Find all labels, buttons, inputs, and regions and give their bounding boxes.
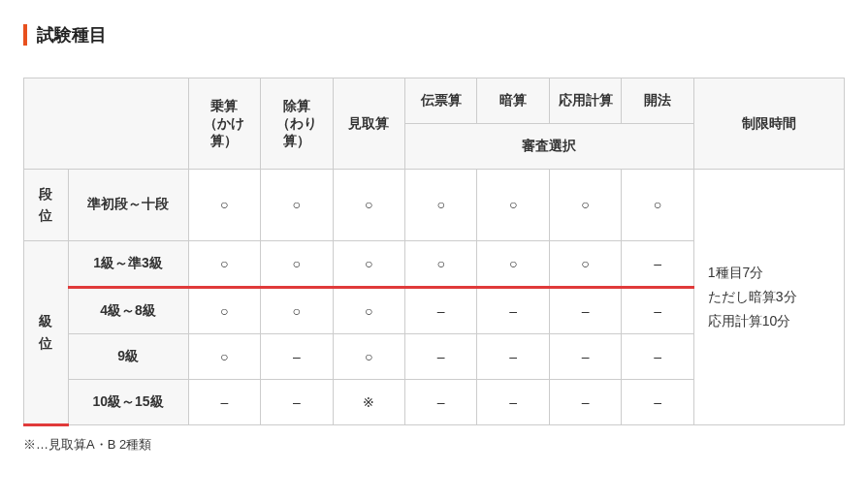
header-anzan: 暗算 (477, 78, 549, 124)
footnote: ※…見取算A・B 2種類 (23, 436, 845, 454)
cell: – (404, 287, 476, 333)
cell: ○ (622, 170, 693, 241)
cell: – (622, 379, 693, 424)
header-kaihou: 開法 (622, 78, 693, 124)
row-range: 4級～8級 (68, 287, 188, 333)
cell: – (549, 287, 621, 333)
header-div: 除算（わり算） (261, 78, 333, 170)
header-denpyo: 伝票算 (404, 78, 476, 124)
cell: – (404, 333, 476, 379)
cell: ○ (188, 333, 260, 379)
header-blank (24, 78, 189, 170)
cell: – (404, 379, 476, 424)
cell: – (622, 333, 693, 379)
cell: ○ (333, 333, 404, 379)
cell: ○ (477, 240, 549, 287)
cell: ○ (261, 170, 333, 241)
cell: ○ (333, 240, 404, 287)
cell: – (549, 379, 621, 424)
cell: ○ (333, 287, 404, 333)
cell: ○ (404, 240, 476, 287)
section-title: 試験種目 (23, 23, 845, 47)
cell: – (477, 333, 549, 379)
header-shinsa: 審査選択 (404, 124, 693, 170)
cell: – (477, 287, 549, 333)
cell: ○ (188, 240, 260, 287)
cell: ○ (333, 170, 404, 241)
exam-table: 乗算（かけ算） 除算（わり算） 見取算 伝票算 暗算 応用計算 開法 制限時間 … (23, 78, 845, 426)
cell: ○ (261, 240, 333, 287)
side-label-kyu: 級位 (24, 240, 69, 424)
row-range: 1級～準3級 (68, 240, 188, 287)
row-range: 10級～15級 (68, 379, 188, 424)
title-accent-bar (23, 24, 27, 46)
cell: – (477, 379, 549, 424)
cell: ○ (188, 287, 260, 333)
cell: – (261, 333, 333, 379)
header-mitori: 見取算 (333, 78, 404, 170)
table-row: 段位 準初段～十段 ○ ○ ○ ○ ○ ○ ○ 1種目7分ただし暗算3分応用計算… (24, 170, 845, 241)
cell: – (549, 333, 621, 379)
cell: – (622, 287, 693, 333)
cell: ○ (188, 170, 260, 241)
cell: ○ (477, 170, 549, 241)
cell: – (188, 379, 260, 424)
side-label-dan: 段位 (24, 170, 69, 241)
row-range: 9級 (68, 333, 188, 379)
header-mult: 乗算（かけ算） (188, 78, 260, 170)
cell: ○ (549, 170, 621, 241)
row-range: 準初段～十段 (68, 170, 188, 241)
cell: – (622, 240, 693, 287)
cell: – (261, 379, 333, 424)
time-cell: 1種目7分ただし暗算3分応用計算10分 (693, 170, 844, 425)
cell: ○ (261, 287, 333, 333)
title-text: 試験種目 (37, 23, 107, 47)
cell: ○ (404, 170, 476, 241)
cell: ○ (549, 240, 621, 287)
header-time: 制限時間 (693, 78, 844, 170)
cell: ※ (333, 379, 404, 424)
header-ouyou: 応用計算 (549, 78, 621, 124)
